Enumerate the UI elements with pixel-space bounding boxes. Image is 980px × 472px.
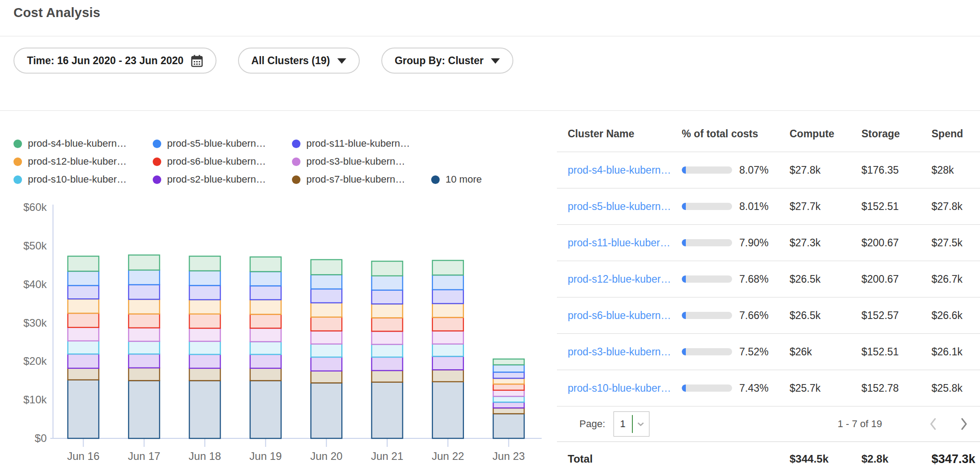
bar-segment[interactable] [190,328,221,341]
bar-segment[interactable] [493,390,524,397]
bar-segment[interactable] [128,255,159,270]
bar-segment[interactable] [372,261,403,276]
bar-segment[interactable] [250,315,281,328]
bar-segment[interactable] [128,299,159,314]
bar-segment[interactable] [311,357,342,371]
bar-segment[interactable] [128,328,159,341]
bar-segment[interactable] [311,371,342,383]
bar-segment[interactable] [250,328,281,342]
bar-segment[interactable] [372,331,403,344]
bar-segment[interactable] [190,271,221,286]
legend-item[interactable]: 10 more [431,174,482,185]
time-range-filter[interactable]: Time: 16 Jun 2020 - 23 Jun 2020 [13,48,216,74]
bar-segment[interactable] [190,300,221,314]
legend-item[interactable]: prod-s10-blue-kuber… [13,174,153,185]
bar-segment[interactable] [128,285,159,300]
bar-segment[interactable] [250,354,281,368]
bar-segment[interactable] [68,271,99,286]
bar-segment[interactable] [372,304,403,318]
bar-segment[interactable] [190,380,221,438]
bar-segment[interactable] [493,384,524,390]
bar-segment[interactable] [190,341,221,354]
bar-segment[interactable] [190,256,221,271]
bar-segment[interactable] [493,402,524,408]
bar-segment[interactable] [68,313,99,328]
cluster-link[interactable]: prod-s4-blue-kubern… [568,164,671,176]
clusters-filter[interactable]: All Clusters (19) [238,48,360,74]
bar-segment[interactable] [128,270,159,285]
bar-segment[interactable] [128,354,159,368]
bar-segment[interactable] [190,285,221,300]
bar-segment[interactable] [433,290,464,304]
bar-segment[interactable] [250,368,281,381]
bar-segment[interactable] [68,328,99,341]
cluster-link[interactable]: prod-s5-blue-kubern… [568,201,671,212]
group-by-filter[interactable]: Group By: Cluster [381,48,513,74]
legend-item[interactable]: prod-s4-blue-kubern… [13,138,153,149]
legend-item[interactable]: prod-s3-blue-kubern… [292,156,431,167]
bar-segment[interactable] [68,380,99,439]
bar-segment[interactable] [372,290,403,304]
bar-segment[interactable] [433,344,464,357]
bar-segment[interactable] [190,368,221,381]
bar-segment[interactable] [128,341,159,354]
bar-segment[interactable] [372,318,403,331]
bar-segment[interactable] [68,354,99,368]
bar-segment[interactable] [372,276,403,290]
bar-segment[interactable] [433,275,464,290]
bar-segment[interactable] [311,317,342,331]
legend-item[interactable]: prod-s11-blue-kubern… [292,138,431,149]
bar-segment[interactable] [311,344,342,357]
bar-segment[interactable] [128,380,159,438]
cluster-link[interactable]: prod-s10-blue-kuber… [568,382,671,394]
bar-segment[interactable] [372,357,403,371]
bar-segment[interactable] [250,257,281,272]
bar-segment[interactable] [68,299,99,313]
bar-segment[interactable] [311,275,342,289]
bar-segment[interactable] [190,354,221,368]
bar-segment[interactable] [372,382,403,438]
bar-segment[interactable] [433,356,464,370]
bar-segment[interactable] [311,383,342,438]
bar-segment[interactable] [250,286,281,300]
cluster-link[interactable]: prod-s12-blue-kuber… [568,273,671,285]
bar-segment[interactable] [250,271,281,286]
bar-segment[interactable] [372,345,403,357]
legend-item[interactable]: prod-s12-blue-kuber… [13,156,153,167]
bar-segment[interactable] [311,289,342,303]
legend-item[interactable]: prod-s5-blue-kubern… [153,138,292,149]
cluster-link[interactable]: prod-s11-blue-kuber… [568,237,670,249]
bar-segment[interactable] [372,371,403,382]
bar-segment[interactable] [433,304,464,318]
next-page-icon[interactable] [959,417,968,431]
bar-segment[interactable] [493,378,524,384]
prev-page-icon[interactable] [929,417,938,431]
bar-segment[interactable] [128,314,159,328]
bar-segment[interactable] [493,414,524,438]
bar-segment[interactable] [250,342,281,354]
bar-segment[interactable] [68,341,99,354]
bar-segment[interactable] [433,382,464,438]
bar-segment[interactable] [68,368,99,380]
bar-segment[interactable] [493,359,524,365]
legend-item[interactable]: prod-s2-blue-kubern… [153,174,292,185]
cluster-link[interactable]: prod-s3-blue-kubern… [568,346,671,358]
bar-segment[interactable] [68,285,99,299]
bar-segment[interactable] [190,314,221,328]
bar-segment[interactable] [311,303,342,317]
bar-segment[interactable] [311,331,342,344]
bar-segment[interactable] [68,256,99,271]
bar-segment[interactable] [433,370,464,382]
cluster-link[interactable]: prod-s6-blue-kubern… [568,310,671,321]
bar-segment[interactable] [250,300,281,315]
bar-segment[interactable] [433,331,464,344]
bar-segment[interactable] [493,408,524,414]
bar-segment[interactable] [311,260,342,275]
bar-segment[interactable] [433,260,464,275]
bar-segment[interactable] [493,365,524,372]
bar-segment[interactable] [128,368,159,380]
bar-segment[interactable] [493,396,524,402]
legend-item[interactable]: prod-s7-blue-kubern… [292,174,431,185]
legend-item[interactable]: prod-s6-blue-kubern… [153,156,292,167]
bar-segment[interactable] [250,380,281,438]
